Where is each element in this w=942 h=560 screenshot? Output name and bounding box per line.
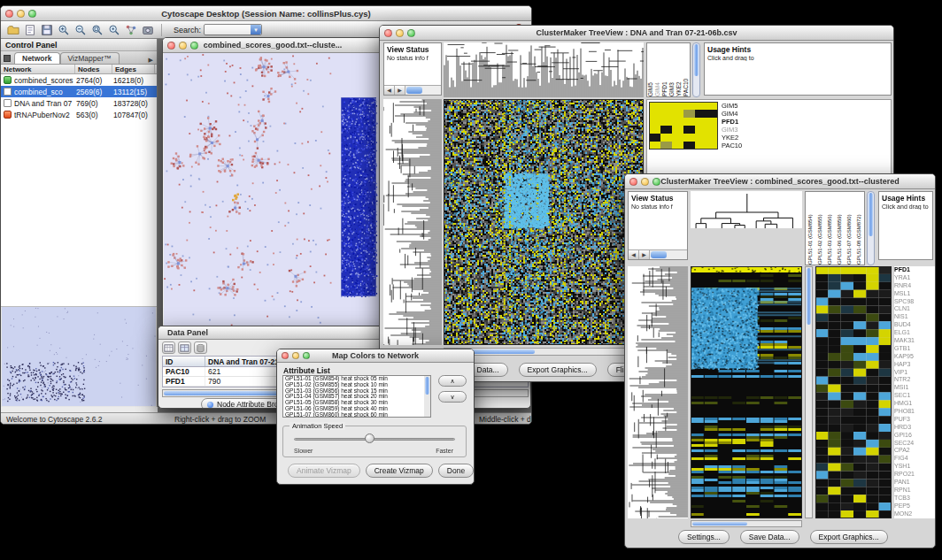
zoom-out-icon[interactable] <box>73 23 88 37</box>
attribute-select-icon[interactable] <box>162 341 175 354</box>
slider-thumb[interactable] <box>365 433 374 443</box>
global-heatmap[interactable] <box>444 99 644 345</box>
column-labels[interactable]: GIM5GIM4PFD1GIM3YKE2PAC10 <box>646 42 691 97</box>
gene-label[interactable]: PUF3 <box>894 416 935 424</box>
search-combobox[interactable]: ▾ <box>204 24 262 35</box>
minimize-icon[interactable] <box>179 42 187 50</box>
tab-vizmapper[interactable]: VizMapper™ <box>60 52 120 64</box>
global-heatmap[interactable] <box>691 266 802 518</box>
gene-label[interactable]: GPI16 <box>894 432 935 440</box>
gene-label[interactable]: RNR4 <box>894 282 935 290</box>
gene-label[interactable]: YRA1 <box>894 274 935 282</box>
column-network[interactable]: Network <box>1 65 75 73</box>
panel-grip-icon[interactable] <box>4 55 11 62</box>
import-icon[interactable] <box>23 23 37 37</box>
maximize-icon[interactable] <box>407 29 415 37</box>
scrollbar-thumb[interactable] <box>807 268 811 325</box>
gene-label[interactable]: CLN1 <box>894 305 935 313</box>
gene-label[interactable]: PEP5 <box>894 502 935 510</box>
view-status-scrollbar[interactable]: ◀▶ <box>384 85 441 95</box>
close-icon[interactable] <box>167 42 175 50</box>
gene-label[interactable]: ELG1 <box>894 329 935 337</box>
animation-speed-slider[interactable] <box>294 438 455 441</box>
scroll-right-icon[interactable]: ▶ <box>395 86 405 95</box>
done-button[interactable]: Done <box>438 464 474 478</box>
gene-label[interactable]: RPO21 <box>894 471 935 479</box>
export-graphics-button[interactable]: Export Graphics... <box>810 530 888 544</box>
close-icon[interactable] <box>629 178 637 186</box>
gene-label[interactable]: PHO81 <box>894 408 935 416</box>
attribute-item[interactable]: GPL51-07 (GSM860) heat shock 60 min <box>283 412 430 418</box>
column-nodes[interactable]: Nodes <box>75 65 112 73</box>
move-up-button[interactable]: ∧ <box>438 375 467 387</box>
treeview-dna-titlebar[interactable]: ClusterMaker TreeView : DNA and Tran 07-… <box>380 26 893 41</box>
settings-button[interactable]: Settings... <box>678 530 730 544</box>
gene-label[interactable]: MAK31 <box>894 337 935 345</box>
zoom-heatmap[interactable] <box>649 102 718 150</box>
network-row[interactable]: combined_sco2569(6)13112(15) <box>1 86 157 97</box>
gene-label[interactable]: MON2 <box>894 510 935 518</box>
gene-label[interactable]: GIM5 <box>722 102 761 110</box>
create-vizmap-button[interactable]: Create Vizmap <box>366 464 433 478</box>
maximize-icon[interactable] <box>652 178 660 186</box>
gene-label[interactable]: VIP1 <box>894 369 935 377</box>
gene-label[interactable]: NIS1 <box>894 313 935 321</box>
gene-label[interactable]: CPA2 <box>894 447 935 455</box>
heatmap-hscrollbar[interactable] <box>691 520 802 527</box>
zoom-selected-icon[interactable] <box>107 23 121 37</box>
column-edges[interactable]: Edges <box>112 65 155 73</box>
zoom-heatmap[interactable] <box>815 266 892 518</box>
gene-label[interactable]: HAP3 <box>894 361 935 369</box>
minimize-icon[interactable] <box>17 10 25 18</box>
save-icon[interactable] <box>40 23 54 37</box>
column-id[interactable]: ID <box>163 357 205 366</box>
minimize-icon[interactable] <box>292 352 299 359</box>
gene-label[interactable]: GIM3 <box>722 126 761 134</box>
view-status-scrollbar[interactable]: ◀▶ <box>629 249 687 259</box>
maximize-icon[interactable] <box>303 352 310 359</box>
network-view-titlebar[interactable]: combined_scores_good.txt--cluste... <box>163 38 382 53</box>
zoom-in-icon[interactable] <box>57 23 71 37</box>
network-tree-area[interactable] <box>1 120 157 307</box>
delete-attribute-icon[interactable] <box>194 341 207 354</box>
column-label-scrollbar[interactable] <box>692 42 700 97</box>
scrollbar-thumb[interactable] <box>869 193 873 236</box>
overview-icon[interactable] <box>124 23 138 37</box>
column-dendrogram[interactable] <box>444 42 644 97</box>
tab-network[interactable]: Network <box>14 52 60 64</box>
dialog-titlebar[interactable]: Map Colors to Network <box>277 349 474 363</box>
gene-label[interactable]: BUD4 <box>894 321 935 329</box>
network-row[interactable]: tRNAPuberNov2563(0)107847(0) <box>1 109 157 120</box>
gene-label[interactable]: HMG1 <box>894 400 935 408</box>
gene-label[interactable]: RPN1 <box>894 487 935 495</box>
scrollbar-thumb[interactable] <box>692 522 747 525</box>
gene-label[interactable]: SEC1 <box>894 392 935 400</box>
gene-label[interactable]: PFD1 <box>722 118 761 126</box>
gene-label[interactable]: FIG4 <box>894 455 935 463</box>
open-folder-icon[interactable] <box>6 23 20 37</box>
gene-label[interactable]: YSH1 <box>894 463 935 471</box>
gene-label[interactable]: NTR2 <box>894 376 935 384</box>
treeview-combined-titlebar[interactable]: ClusterMaker TreeView : combined_scores_… <box>625 174 935 189</box>
gene-label[interactable]: MSI1 <box>894 384 935 392</box>
gene-label[interactable]: PAN1 <box>894 479 935 487</box>
heatmap-vscrollbar[interactable] <box>805 266 813 518</box>
export-graphics-button[interactable]: Export Graphics... <box>519 363 597 377</box>
snapshot-icon[interactable] <box>141 23 155 37</box>
main-titlebar[interactable]: Cytoscape Desktop (Session Name: collins… <box>1 6 531 21</box>
minimize-icon[interactable] <box>396 29 404 37</box>
array-labels[interactable]: GPL51-01 (GSM854)GPL51-02 (GSM855)GPL51-… <box>805 191 865 265</box>
gene-label[interactable]: SEC24 <box>894 440 935 448</box>
gene-label[interactable]: TCB3 <box>894 495 935 502</box>
gene-label[interactable]: KAP95 <box>894 353 935 361</box>
gene-label[interactable]: SPC98 <box>894 298 935 306</box>
attribute-grid-icon[interactable] <box>178 341 191 354</box>
maximize-icon[interactable] <box>28 10 36 18</box>
animate-vizmap-button[interactable]: Animate Vizmap <box>288 464 360 478</box>
gene-dendrogram[interactable] <box>383 99 442 345</box>
gene-label[interactable]: GTB1 <box>894 345 935 353</box>
save-data-button[interactable]: Save Data... <box>740 530 799 544</box>
gene-label[interactable]: GIM4 <box>722 110 761 118</box>
zoom-fit-icon[interactable] <box>90 23 104 37</box>
maximize-icon[interactable] <box>190 42 198 50</box>
